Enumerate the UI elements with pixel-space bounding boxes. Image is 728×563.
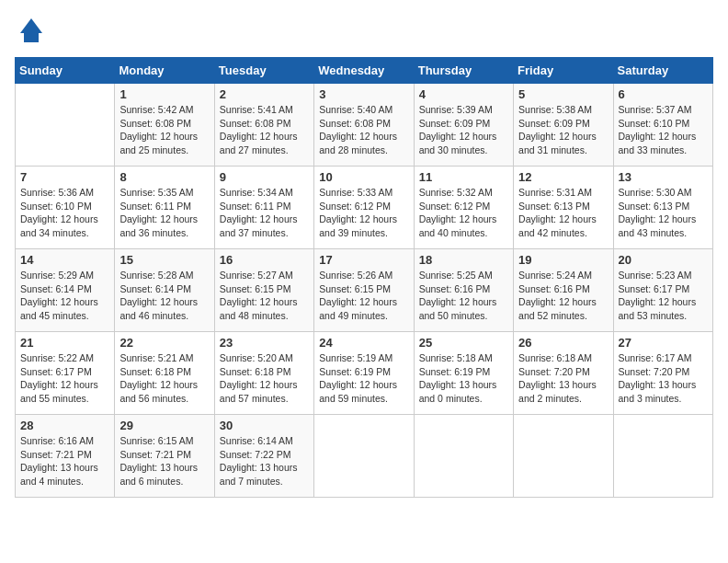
- day-number: 4: [419, 87, 508, 101]
- week-row-5: 28Sunrise: 6:16 AM Sunset: 7:21 PM Dayli…: [16, 415, 713, 498]
- day-number: 24: [319, 336, 408, 350]
- day-info: Sunrise: 5:24 AM Sunset: 6:16 PM Dayligh…: [518, 269, 608, 323]
- day-info: Sunrise: 5:28 AM Sunset: 6:14 PM Dayligh…: [119, 269, 209, 323]
- day-number: 8: [119, 170, 209, 184]
- day-info: Sunrise: 5:30 AM Sunset: 6:13 PM Dayligh…: [619, 186, 708, 240]
- day-info: Sunrise: 5:22 AM Sunset: 6:17 PM Dayligh…: [20, 351, 109, 406]
- day-info: Sunrise: 5:32 AM Sunset: 6:12 PM Dayligh…: [419, 186, 508, 240]
- day-info: Sunrise: 5:23 AM Sunset: 6:17 PM Dayligh…: [619, 269, 708, 323]
- day-number: 7: [20, 170, 109, 184]
- day-cell: 23Sunrise: 5:20 AM Sunset: 6:18 PM Dayli…: [214, 332, 313, 415]
- day-info: Sunrise: 5:40 AM Sunset: 6:08 PM Dayligh…: [319, 103, 408, 157]
- day-info: Sunrise: 5:35 AM Sunset: 6:11 PM Dayligh…: [119, 186, 209, 240]
- day-cell: 24Sunrise: 5:19 AM Sunset: 6:19 PM Dayli…: [314, 332, 414, 415]
- header-wednesday: Wednesday: [314, 58, 414, 84]
- day-info: Sunrise: 5:27 AM Sunset: 6:15 PM Dayligh…: [220, 269, 309, 323]
- day-number: 18: [419, 253, 508, 267]
- day-cell: 29Sunrise: 6:15 AM Sunset: 7:21 PM Dayli…: [115, 415, 214, 498]
- day-number: 16: [220, 253, 309, 267]
- day-cell: 10Sunrise: 5:33 AM Sunset: 6:12 PM Dayli…: [314, 167, 414, 249]
- day-number: 13: [619, 170, 708, 184]
- day-cell: [314, 415, 414, 498]
- day-info: Sunrise: 5:42 AM Sunset: 6:08 PM Dayligh…: [119, 103, 209, 157]
- day-number: 21: [20, 336, 109, 350]
- day-cell: 4Sunrise: 5:39 AM Sunset: 6:09 PM Daylig…: [414, 84, 513, 167]
- day-number: 26: [518, 336, 608, 350]
- day-cell: [414, 415, 513, 498]
- day-cell: 21Sunrise: 5:22 AM Sunset: 6:17 PM Dayli…: [16, 332, 115, 415]
- logo-icon: [15, 15, 48, 48]
- day-cell: 22Sunrise: 5:21 AM Sunset: 6:18 PM Dayli…: [115, 332, 214, 415]
- day-cell: 18Sunrise: 5:25 AM Sunset: 6:16 PM Dayli…: [414, 249, 513, 332]
- day-info: Sunrise: 5:38 AM Sunset: 6:09 PM Dayligh…: [518, 103, 608, 157]
- day-cell: 12Sunrise: 5:31 AM Sunset: 6:13 PM Dayli…: [514, 167, 613, 249]
- week-row-1: 1Sunrise: 5:42 AM Sunset: 6:08 PM Daylig…: [16, 84, 713, 167]
- day-cell: [16, 84, 115, 167]
- day-info: Sunrise: 6:18 AM Sunset: 7:20 PM Dayligh…: [518, 351, 608, 406]
- day-info: Sunrise: 5:21 AM Sunset: 6:18 PM Dayligh…: [119, 351, 209, 406]
- day-info: Sunrise: 5:33 AM Sunset: 6:12 PM Dayligh…: [319, 186, 408, 240]
- header-sunday: Sunday: [16, 58, 115, 84]
- day-number: 3: [319, 87, 408, 101]
- day-cell: [613, 415, 712, 498]
- page-header: [15, 15, 713, 48]
- week-row-4: 21Sunrise: 5:22 AM Sunset: 6:17 PM Dayli…: [16, 332, 713, 415]
- day-cell: 5Sunrise: 5:38 AM Sunset: 6:09 PM Daylig…: [514, 84, 613, 167]
- day-info: Sunrise: 5:19 AM Sunset: 6:19 PM Dayligh…: [319, 351, 408, 406]
- svg-rect-2: [24, 33, 39, 42]
- day-number: 15: [119, 253, 209, 267]
- day-number: 9: [220, 170, 309, 184]
- week-row-2: 7Sunrise: 5:36 AM Sunset: 6:10 PM Daylig…: [16, 167, 713, 249]
- day-number: 20: [619, 253, 708, 267]
- day-number: 22: [119, 336, 209, 350]
- day-cell: 1Sunrise: 5:42 AM Sunset: 6:08 PM Daylig…: [115, 84, 214, 167]
- day-number: 6: [619, 87, 708, 101]
- day-info: Sunrise: 5:18 AM Sunset: 6:19 PM Dayligh…: [419, 351, 508, 406]
- day-info: Sunrise: 5:34 AM Sunset: 6:11 PM Dayligh…: [220, 186, 309, 240]
- day-number: 19: [518, 253, 608, 267]
- day-cell: 25Sunrise: 5:18 AM Sunset: 6:19 PM Dayli…: [414, 332, 513, 415]
- day-number: 23: [220, 336, 309, 350]
- day-number: 11: [419, 170, 508, 184]
- day-info: Sunrise: 6:14 AM Sunset: 7:22 PM Dayligh…: [220, 434, 309, 488]
- day-cell: 19Sunrise: 5:24 AM Sunset: 6:16 PM Dayli…: [514, 249, 613, 332]
- day-info: Sunrise: 6:16 AM Sunset: 7:21 PM Dayligh…: [20, 434, 109, 488]
- day-number: 1: [119, 87, 209, 101]
- day-cell: 7Sunrise: 5:36 AM Sunset: 6:10 PM Daylig…: [16, 167, 115, 249]
- day-cell: 15Sunrise: 5:28 AM Sunset: 6:14 PM Dayli…: [115, 249, 214, 332]
- day-cell: 16Sunrise: 5:27 AM Sunset: 6:15 PM Dayli…: [214, 249, 313, 332]
- day-info: Sunrise: 5:37 AM Sunset: 6:10 PM Dayligh…: [619, 103, 708, 157]
- day-info: Sunrise: 5:31 AM Sunset: 6:13 PM Dayligh…: [518, 186, 608, 240]
- day-number: 30: [220, 419, 309, 432]
- day-number: 10: [319, 170, 408, 184]
- day-number: 25: [419, 336, 508, 350]
- day-info: Sunrise: 5:26 AM Sunset: 6:15 PM Dayligh…: [319, 269, 408, 323]
- day-number: 14: [20, 253, 109, 267]
- day-cell: 9Sunrise: 5:34 AM Sunset: 6:11 PM Daylig…: [214, 167, 313, 249]
- header-monday: Monday: [115, 58, 214, 84]
- day-number: 5: [518, 87, 608, 101]
- day-cell: [514, 415, 613, 498]
- day-cell: 8Sunrise: 5:35 AM Sunset: 6:11 PM Daylig…: [115, 167, 214, 249]
- day-cell: 26Sunrise: 6:18 AM Sunset: 7:20 PM Dayli…: [514, 332, 613, 415]
- day-cell: 27Sunrise: 6:17 AM Sunset: 7:20 PM Dayli…: [613, 332, 712, 415]
- day-cell: 20Sunrise: 5:23 AM Sunset: 6:17 PM Dayli…: [613, 249, 712, 332]
- logo: [15, 15, 51, 48]
- day-info: Sunrise: 5:36 AM Sunset: 6:10 PM Dayligh…: [20, 186, 109, 240]
- day-cell: 6Sunrise: 5:37 AM Sunset: 6:10 PM Daylig…: [613, 84, 712, 167]
- day-cell: 28Sunrise: 6:16 AM Sunset: 7:21 PM Dayli…: [16, 415, 115, 498]
- day-info: Sunrise: 5:25 AM Sunset: 6:16 PM Dayligh…: [419, 269, 508, 323]
- day-number: 28: [20, 419, 109, 432]
- day-cell: 3Sunrise: 5:40 AM Sunset: 6:08 PM Daylig…: [314, 84, 414, 167]
- week-row-3: 14Sunrise: 5:29 AM Sunset: 6:14 PM Dayli…: [16, 249, 713, 332]
- day-info: Sunrise: 6:15 AM Sunset: 7:21 PM Dayligh…: [119, 434, 209, 488]
- day-cell: 30Sunrise: 6:14 AM Sunset: 7:22 PM Dayli…: [214, 415, 313, 498]
- day-cell: 14Sunrise: 5:29 AM Sunset: 6:14 PM Dayli…: [16, 249, 115, 332]
- day-info: Sunrise: 5:20 AM Sunset: 6:18 PM Dayligh…: [220, 351, 309, 406]
- day-number: 29: [119, 419, 209, 432]
- header-tuesday: Tuesday: [214, 58, 313, 84]
- day-cell: 13Sunrise: 5:30 AM Sunset: 6:13 PM Dayli…: [613, 167, 712, 249]
- day-info: Sunrise: 5:41 AM Sunset: 6:08 PM Dayligh…: [220, 103, 309, 157]
- header-saturday: Saturday: [613, 58, 712, 84]
- day-cell: 11Sunrise: 5:32 AM Sunset: 6:12 PM Dayli…: [414, 167, 513, 249]
